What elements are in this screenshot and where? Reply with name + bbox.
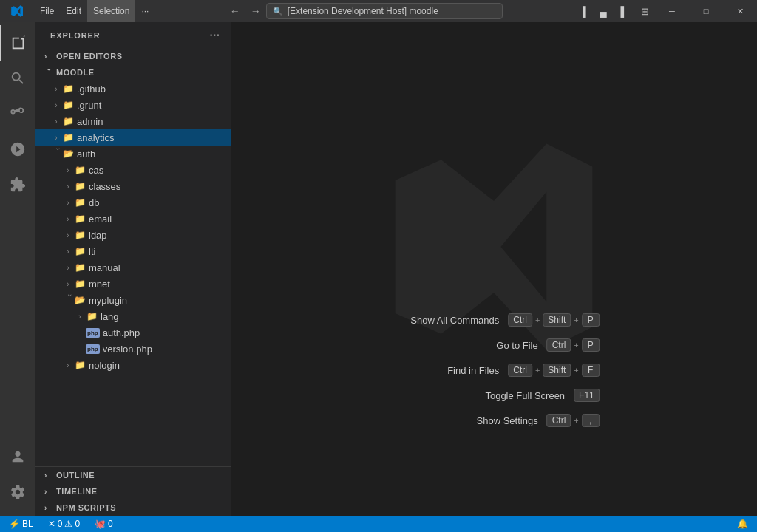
nologin-folder-icon: 📁 <box>74 359 86 371</box>
activity-bar <box>0 22 35 516</box>
tree-item-ldap[interactable]: › 📁 ldap <box>35 227 231 243</box>
activity-settings-icon[interactable] <box>0 474 35 510</box>
github-folder-icon: 📁 <box>62 83 74 95</box>
remote-icon: ⚡ <box>9 519 20 529</box>
cas-folder-icon: 📁 <box>74 164 86 176</box>
admin-chevron-icon: › <box>50 115 62 127</box>
moodle-section[interactable]: › MOODLE <box>35 64 231 81</box>
mnet-folder-icon: 📁 <box>74 278 86 290</box>
sidebar-header: EXPLORER ⋯ <box>35 22 231 48</box>
menu-file[interactable]: File <box>34 0 60 22</box>
sidebar: EXPLORER ⋯ › OPEN EDITORS › MOODLE › 📁 .… <box>35 22 231 516</box>
sidebar-title: EXPLORER <box>50 31 101 40</box>
activity-search-icon[interactable] <box>0 61 35 96</box>
tree-item-myplugin[interactable]: › 📂 myplugin <box>35 292 231 308</box>
layout-buttons: ▐ ▄ ▌ ⊞ <box>572 0 655 22</box>
ldap-chevron-icon: › <box>62 229 74 241</box>
lang-chevron-icon: › <box>74 310 86 322</box>
new-file-button[interactable]: ⋯ <box>207 28 222 43</box>
tree-item-classes[interactable]: › 📁 classes <box>35 178 231 194</box>
nav-forward-button[interactable]: → <box>245 0 266 22</box>
timeline-chevron: › <box>44 488 53 496</box>
tree-item-lti[interactable]: › 📁 lti <box>35 243 231 259</box>
key-plus-3a: + <box>535 366 540 375</box>
open-editors-chevron: › <box>44 52 53 61</box>
php-badge-version: php <box>86 344 100 354</box>
email-folder-icon: 📁 <box>74 213 86 225</box>
moodle-chevron: › <box>45 68 53 77</box>
tree-item-mnet[interactable]: › 📁 mnet <box>35 276 231 292</box>
remote-label: BL <box>22 519 33 529</box>
db-folder-icon: 📁 <box>74 197 86 208</box>
error-icon: ✕ <box>48 519 55 529</box>
github-chevron-icon: › <box>50 83 62 95</box>
remote-indicator[interactable]: ⚡ BL <box>6 516 36 532</box>
outline-section[interactable]: › OUTLINE <box>35 467 231 483</box>
main-area: EXPLORER ⋯ › OPEN EDITORS › MOODLE › 📁 .… <box>0 22 757 516</box>
titlebar-right: ▐ ▄ ▌ ⊞ ─ □ ✕ <box>572 0 757 22</box>
maximize-button[interactable]: □ <box>689 0 723 22</box>
tree-item-nologin[interactable]: › 📁 nologin <box>35 357 231 373</box>
tree-item-version-php[interactable]: › php version.php <box>35 341 231 357</box>
activity-extensions-icon[interactable] <box>0 167 35 202</box>
tree-item-analytics[interactable]: › 📁 analytics <box>35 129 231 146</box>
grunt-chevron-icon: › <box>50 99 62 111</box>
tree-item-auth[interactable]: › 📂 auth <box>35 146 231 162</box>
lang-folder-icon: 📁 <box>86 310 98 322</box>
tree-item-github[interactable]: › 📁 .github <box>35 81 231 97</box>
errors-indicator[interactable]: ✕ 0 ⚠ 0 <box>45 516 83 532</box>
close-button[interactable]: ✕ <box>723 0 757 22</box>
tree-item-email[interactable]: › 📁 email <box>35 211 231 227</box>
mnet-chevron-icon: › <box>62 278 74 290</box>
customize-layout-button[interactable]: ⊞ <box>634 0 655 22</box>
search-icon: 🔍 <box>273 7 283 16</box>
tree-item-cas[interactable]: › 📁 cas <box>35 162 231 178</box>
bell-button[interactable]: 🔔 <box>734 516 751 532</box>
key-f-3: F <box>582 364 600 377</box>
shortcut-show-all-commands: Show All Commands Ctrl + Shift + P <box>388 313 600 327</box>
title-search-bar[interactable]: 🔍 [Extension Development Host] moodle <box>266 3 503 19</box>
lti-folder-icon: 📁 <box>74 245 86 257</box>
shortcut-show-settings-keys: Ctrl + , <box>547 414 600 427</box>
activity-source-control-icon[interactable] <box>0 96 35 132</box>
toggle-primary-sidebar-button[interactable]: ▐ <box>572 0 593 22</box>
tree-item-db[interactable]: › 📁 db <box>35 194 231 211</box>
errors-count: 0 <box>58 519 63 529</box>
tree-item-admin[interactable]: › 📁 admin <box>35 113 231 129</box>
menu-selection[interactable]: Selection <box>87 0 135 22</box>
tree-item-lang[interactable]: › 📁 lang <box>35 308 231 324</box>
search-text: [Extension Development Host] moodle <box>288 6 438 16</box>
key-comma: , <box>582 414 600 427</box>
key-plus-1b: + <box>574 316 578 324</box>
key-shift-1: Shift <box>543 313 571 327</box>
analytics-chevron-icon: › <box>50 132 62 143</box>
shortcuts-panel: Show All Commands Ctrl + Shift + P Go to… <box>388 313 600 427</box>
toggle-secondary-sidebar-button[interactable]: ▌ <box>614 0 634 22</box>
shortcut-show-all-commands-keys: Ctrl + Shift + P <box>508 313 600 327</box>
shortcut-show-settings-label: Show Settings <box>427 415 538 426</box>
timeline-section[interactable]: › TIMELINE <box>35 483 231 499</box>
menu-edit[interactable]: Edit <box>60 0 87 22</box>
npm-scripts-section[interactable]: › NPM SCRIPTS <box>35 499 231 516</box>
toggle-panel-button[interactable]: ▄ <box>593 0 614 22</box>
db-chevron-icon: › <box>62 197 74 208</box>
tree-item-grunt[interactable]: › 📁 .grunt <box>35 97 231 113</box>
activity-account-icon[interactable] <box>0 439 35 474</box>
tree-item-auth-php[interactable]: › php auth.php <box>35 324 231 341</box>
sidebar-header-actions: ⋯ <box>207 28 222 43</box>
auth-folder-icon: 📂 <box>62 148 74 160</box>
statusbar: ⚡ BL ✕ 0 ⚠ 0 🐙 0 🔔 <box>0 516 757 532</box>
shortcut-go-to-file-label: Go to File <box>427 340 538 351</box>
activity-explorer-icon[interactable] <box>0 25 35 61</box>
nav-back-button[interactable]: ← <box>225 0 245 22</box>
activity-run-debug-icon[interactable] <box>0 132 35 167</box>
open-editors-section[interactable]: › OPEN EDITORS <box>35 48 231 64</box>
shortcut-toggle-fullscreen-keys: F11 <box>574 389 600 402</box>
classes-chevron-icon: › <box>62 180 74 192</box>
menu-more[interactable]: ··· <box>135 0 155 22</box>
lti-chevron-icon: › <box>62 245 74 257</box>
info-indicator[interactable]: 🐙 0 <box>92 516 116 532</box>
minimize-button[interactable]: ─ <box>655 0 689 22</box>
analytics-folder-icon: 📁 <box>62 132 74 143</box>
tree-item-manual[interactable]: › 📁 manual <box>35 259 231 276</box>
